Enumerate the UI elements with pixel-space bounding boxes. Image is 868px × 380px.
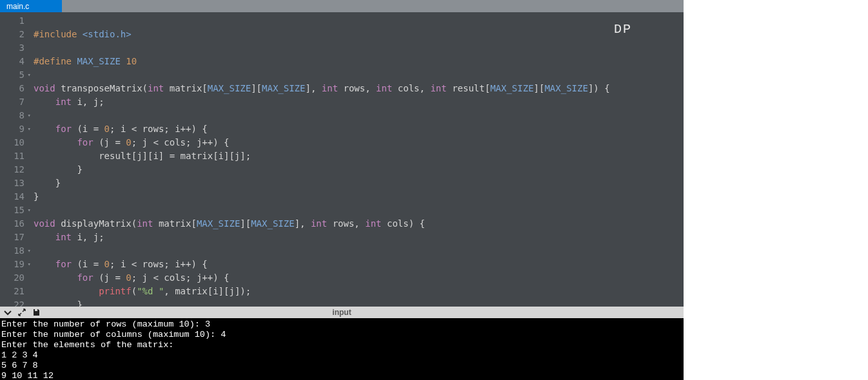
line-number: 20 (0, 271, 30, 285)
line-number: 4 (0, 55, 30, 68)
code-token: MAX_SIZE (77, 56, 126, 66)
ide-window: main.c 123456789101112131415161718192021… (0, 0, 684, 380)
console-output[interactable]: Enter the number of rows (maximum 10): 3… (0, 318, 684, 380)
save-icon[interactable] (32, 309, 40, 316)
code-line: } (34, 164, 83, 175)
console-line: 5 6 7 8 (1, 361, 38, 370)
code-token: printf (99, 286, 132, 296)
code-token: int (55, 97, 72, 107)
code-line: } (34, 178, 61, 188)
console-line: 9 10 11 12 (1, 371, 54, 380)
code-token: int (376, 83, 392, 93)
line-number: 22 (0, 298, 30, 307)
code-token: cols) { (382, 218, 425, 229)
line-number: 1 (0, 14, 30, 28)
code-token: (j = (94, 137, 126, 147)
code-token: 0 (126, 272, 131, 283)
code-token: MAX_SIZE (251, 218, 294, 229)
line-number: 2 (0, 28, 30, 41)
code-token: ( (132, 286, 137, 296)
console-title: input (332, 308, 351, 317)
code-line: } (34, 191, 39, 202)
code-token: ][ (240, 218, 251, 229)
line-number: 18 (0, 244, 30, 258)
code-area[interactable]: #include <stdio.h> #define MAX_SIZE 10 v… (30, 12, 684, 307)
line-number: 12 (0, 163, 30, 176)
watermark: DP (614, 23, 632, 36)
code-token: ], (305, 83, 321, 93)
code-token: int (148, 83, 164, 93)
line-number: 11 (0, 149, 30, 163)
code-token: (i = (72, 259, 104, 269)
code-token (34, 286, 99, 296)
code-token: void (34, 83, 55, 93)
collapse-icon[interactable] (4, 309, 12, 316)
code-token: for (77, 272, 93, 283)
code-token: matrix[ (164, 83, 207, 93)
code-token: cols, (392, 83, 430, 93)
code-token (34, 97, 55, 107)
code-token: MAX_SIZE (208, 83, 251, 93)
code-token (34, 259, 55, 269)
code-token: <stdio.h> (83, 29, 132, 39)
code-token: int (55, 232, 72, 242)
code-token: rows, (327, 218, 365, 229)
line-number: 14 (0, 190, 30, 204)
code-token: (i = (72, 124, 104, 134)
code-token: transposeMatrix( (55, 83, 148, 93)
code-token: MAX_SIZE (544, 83, 587, 93)
line-number: 10 (0, 136, 30, 149)
tab-main-c[interactable]: main.c (0, 0, 62, 12)
code-token: result[ (447, 83, 490, 93)
code-line: } (34, 299, 83, 307)
line-number: 13 (0, 176, 30, 190)
line-number: 8 (0, 109, 30, 122)
line-number: 19 (0, 258, 30, 271)
line-number: 3 (0, 41, 30, 55)
code-token: 0 (104, 124, 110, 134)
line-number: 21 (0, 285, 30, 298)
code-token: #include (34, 29, 83, 39)
code-token: MAX_SIZE (197, 218, 240, 229)
code-token: ; j < cols; j++) { (132, 137, 230, 147)
code-token (34, 232, 55, 242)
line-number: 6 (0, 82, 30, 95)
console-line: Enter the elements of the matrix: (1, 340, 173, 350)
console-line: Enter the number of rows (maximum 10): 3 (1, 319, 210, 329)
code-token: 0 (104, 259, 110, 269)
code-token: ; i < rows; i++) { (110, 124, 208, 134)
code-token: "%d " (137, 286, 164, 296)
code-token: displayMatrix( (55, 218, 137, 229)
code-token: int (137, 218, 153, 229)
code-token: (j = (94, 272, 126, 283)
line-number: 7 (0, 95, 30, 109)
code-token (34, 124, 55, 134)
console-line: Enter the number of columns (maximum 10)… (1, 330, 226, 339)
line-number: 15 (0, 204, 30, 217)
line-number: 16 (0, 217, 30, 231)
tab-bar: main.c (0, 0, 684, 12)
line-number: 17 (0, 231, 30, 244)
console-line: 1 2 3 4 (1, 350, 38, 360)
code-token: int (365, 218, 381, 229)
code-token: ]) { (588, 83, 610, 93)
code-token: MAX_SIZE (262, 83, 305, 93)
code-token: 10 (126, 56, 137, 66)
code-token: ][ (251, 83, 262, 93)
code-token: ], (295, 218, 311, 229)
code-token: ][ (534, 83, 545, 93)
line-number-gutter: 12345678910111213141516171819202122 (0, 12, 30, 307)
tab-label: main.c (6, 2, 29, 11)
code-token (34, 137, 77, 147)
code-token: 0 (126, 137, 131, 147)
code-token: i, j; (72, 97, 104, 107)
code-editor[interactable]: 12345678910111213141516171819202122 #inc… (0, 12, 684, 307)
expand-icon[interactable] (18, 309, 26, 316)
code-token: for (55, 259, 72, 269)
code-token: ; j < cols; j++) { (132, 272, 230, 283)
code-token: matrix[ (153, 218, 196, 229)
code-token: #define (34, 56, 77, 66)
code-token: void (34, 218, 55, 229)
code-token: int (311, 218, 327, 229)
code-token: MAX_SIZE (490, 83, 533, 93)
